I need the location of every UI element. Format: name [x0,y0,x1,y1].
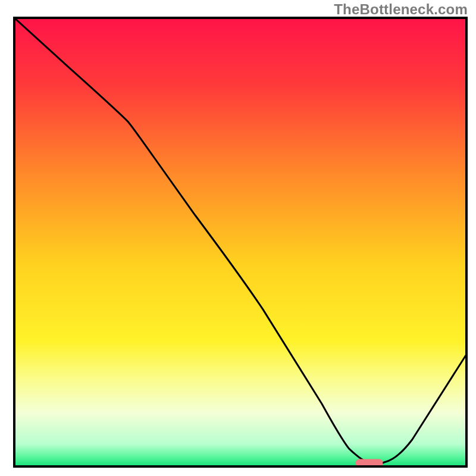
watermark-label: TheBottleneck.com [334,1,468,18]
bottleneck-chart [0,0,476,476]
gradient-background [14,18,466,466]
chart-stage: TheBottleneck.com [0,0,476,476]
